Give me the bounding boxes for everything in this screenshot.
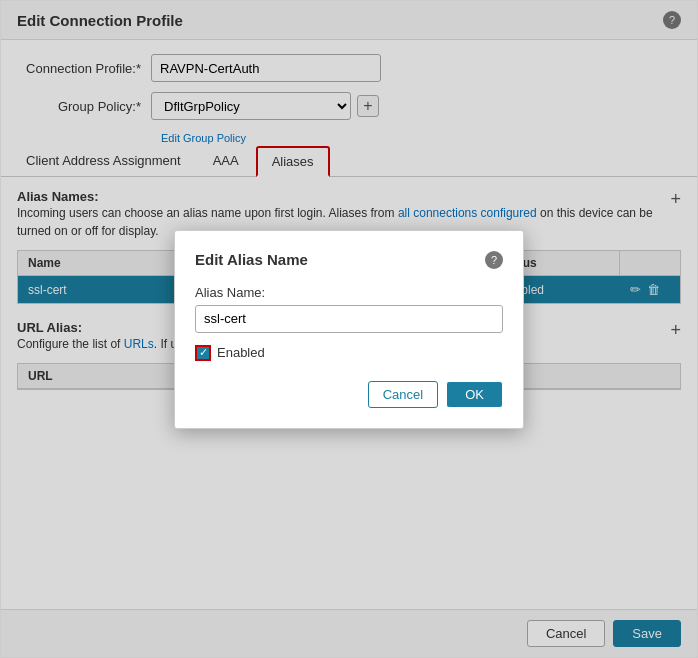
enabled-label: Enabled — [217, 345, 265, 360]
modal-footer: Cancel OK — [195, 381, 503, 408]
alias-name-input[interactable] — [195, 305, 503, 333]
modal-help-icon[interactable]: ? — [485, 251, 503, 269]
modal-overlay: Edit Alias Name ? Alias Name: ✓ Enabled … — [1, 1, 697, 657]
modal-cancel-button[interactable]: Cancel — [368, 381, 438, 408]
enabled-checkbox[interactable]: ✓ — [195, 345, 211, 361]
alias-name-label: Alias Name: — [195, 285, 503, 300]
modal-ok-button[interactable]: OK — [446, 381, 503, 408]
modal-title: Edit Alias Name — [195, 251, 308, 268]
modal-header: Edit Alias Name ? — [195, 251, 503, 269]
checkmark-icon: ✓ — [199, 347, 208, 358]
main-window: Edit Connection Profile ? Connection Pro… — [0, 0, 698, 658]
edit-alias-modal: Edit Alias Name ? Alias Name: ✓ Enabled … — [174, 230, 524, 429]
modal-alias-name-field: Alias Name: — [195, 285, 503, 345]
enabled-checkbox-row: ✓ Enabled — [195, 345, 503, 361]
